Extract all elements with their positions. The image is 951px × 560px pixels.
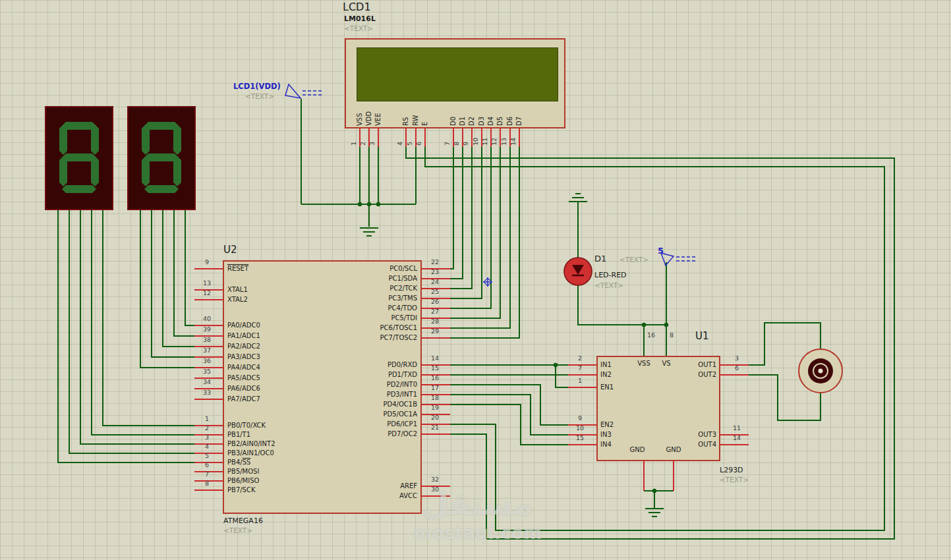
wire[interactable] <box>69 210 194 453</box>
mcu-ref: U2 <box>223 244 237 256</box>
lcd-pin-name: D5 <box>496 117 504 126</box>
mcu-pin-name: PA4/ADC4 <box>227 364 260 371</box>
driver-pin-number: 9 <box>568 415 592 422</box>
lcd-pin-number: 12 <box>491 138 498 146</box>
mcu-pin-name: PB4/SS <box>227 459 250 466</box>
lcd-pin-number: 5 <box>407 142 413 146</box>
mcu-pin-name: PB6/MISO <box>227 477 259 484</box>
mcu-text-placeholder: <TEXT> <box>223 527 252 535</box>
mcu-pin-name: PD5/OC1A <box>300 410 417 418</box>
wire[interactable] <box>185 210 194 325</box>
mcu-pin-number: 37 <box>195 347 219 354</box>
wire[interactable] <box>450 146 500 318</box>
wire[interactable] <box>450 146 519 338</box>
mcu-pin-name: PC4/TDO <box>300 304 417 312</box>
wire[interactable] <box>556 365 568 387</box>
mcu-pin-number: 5 <box>195 453 219 459</box>
lcd-pin-name: D4 <box>487 117 494 126</box>
mcu-pin-name: PA2/ADC2 <box>227 343 260 350</box>
lcd-pin-number: 13 <box>501 138 507 146</box>
mcu-pin-name: RESET <box>227 265 248 272</box>
mcu-pin-number: 28 <box>423 318 447 325</box>
lcd-pin-name: D0 <box>449 117 457 126</box>
mcu-pin-name: PC2/TCK <box>300 285 417 292</box>
driver-pin-number: 10 <box>568 425 592 432</box>
mcu-pin-name: PC6/TOSC1 <box>300 324 417 331</box>
mcu-pin-number: 2 <box>195 425 219 432</box>
wire[interactable] <box>174 210 194 336</box>
mcu-pin-name: PC1/SDA <box>300 275 417 282</box>
mcu-pin-number: 8 <box>195 480 219 487</box>
lcd-pin-name: D6 <box>506 117 513 126</box>
mcu-pin-number: 33 <box>195 389 219 396</box>
mcu-pin-name: PC7/TOSC2 <box>300 334 417 341</box>
mcu-pin-number: 27 <box>423 308 447 315</box>
driver-pin-name: EN2 <box>600 421 614 428</box>
mcu-pin-name: XTAL2 <box>227 296 248 303</box>
driver-pin-name: EN1 <box>600 383 614 391</box>
wire[interactable] <box>450 395 568 435</box>
driver-pin-name: IN4 <box>600 441 612 448</box>
driver-pin-name: OUT2 <box>664 371 716 378</box>
motor-center <box>819 369 823 374</box>
junction-dot <box>652 489 656 493</box>
wire[interactable] <box>450 146 482 298</box>
vdd-terminal-arrow-icon[interactable] <box>285 84 301 98</box>
mcu-pin-name: PA0/ADC0 <box>227 322 260 329</box>
driver-gnd-label: GND <box>619 446 656 453</box>
mcu-pin-number: 9 <box>195 259 219 266</box>
mcu-pin-name: PB7/SCK <box>227 486 256 493</box>
mcu-pin-name: PA6/ADC6 <box>227 385 260 392</box>
mcu-pin-name: PB3/AIN1/OC0 <box>227 449 274 457</box>
mcu-pin-name: PD3/INT1 <box>300 391 417 398</box>
mcu-pin-name: PB0/T0/XCK <box>227 422 266 429</box>
mcu-pin-name: PB5/MOSI <box>227 468 259 475</box>
power-terminal-label[interactable]: 5 <box>658 246 664 256</box>
mcu-pin-number: 29 <box>423 328 447 335</box>
driver-pin-number: 11 <box>725 425 749 432</box>
wire[interactable] <box>92 210 194 435</box>
lcd-pin-number: 14 <box>510 138 517 146</box>
wire[interactable] <box>152 210 194 357</box>
lcd-pin-number: 2 <box>360 142 366 146</box>
mcu-pin-number: 32 <box>423 476 447 483</box>
watermark-arabic: مستقل <box>422 488 533 521</box>
mcu-value: ATMEGA16 <box>223 517 263 525</box>
junction-dot <box>376 202 380 206</box>
wire[interactable] <box>450 146 491 308</box>
mcu-pin-number: 7 <box>195 471 219 478</box>
driver-text-placeholder: <TEXT> <box>720 476 749 484</box>
lcd-pin-name: VEE <box>374 113 382 126</box>
wire[interactable] <box>80 210 194 444</box>
wire[interactable] <box>140 210 194 368</box>
junction-dot <box>554 363 558 367</box>
schematic-canvas[interactable]: LCD1 LM016L <TEXT> LCD1(VDD) <TEXT> U2 A… <box>0 0 951 560</box>
wire[interactable] <box>103 210 194 426</box>
mcu-pin-name: PA7/ADC7 <box>227 395 260 403</box>
mcu-pin-number: 18 <box>423 395 447 401</box>
lcd-pin-name: VSS <box>356 113 363 126</box>
mcu-pin-name: PD4/OC1B <box>300 401 417 408</box>
lcd-pin-number: 4 <box>397 142 403 146</box>
lcd-pin-name: RS <box>402 117 409 126</box>
mcu-pin-name: XTAL1 <box>227 286 248 293</box>
mcu-pin-name: PC0/SCL <box>300 265 417 272</box>
lcd-pin-number: 11 <box>482 138 488 146</box>
mcu-pin-number: 22 <box>423 259 447 266</box>
driver-ref: U1 <box>695 331 709 342</box>
mcu-pin-number: 38 <box>195 337 219 343</box>
led-ref: D1 <box>594 254 606 264</box>
mcu-pin-number: 16 <box>423 375 447 381</box>
wire[interactable] <box>450 146 453 269</box>
mcu-pin-number: 6 <box>195 462 219 468</box>
wire[interactable] <box>450 146 510 328</box>
mcu-pin-number: 24 <box>423 279 447 285</box>
driver-pin-number: 1 <box>568 378 592 384</box>
mcu-pin-name: PC3/TMS <box>300 294 417 302</box>
vdd-terminal-label[interactable]: LCD1(VDD) <box>233 82 281 91</box>
wiring-layer <box>0 0 951 560</box>
junction-dot <box>358 202 362 206</box>
mcu-pin-name: PB2/AIN0/INT2 <box>227 440 275 447</box>
mcu-pin-number: 36 <box>195 358 219 364</box>
wire[interactable] <box>578 285 666 325</box>
